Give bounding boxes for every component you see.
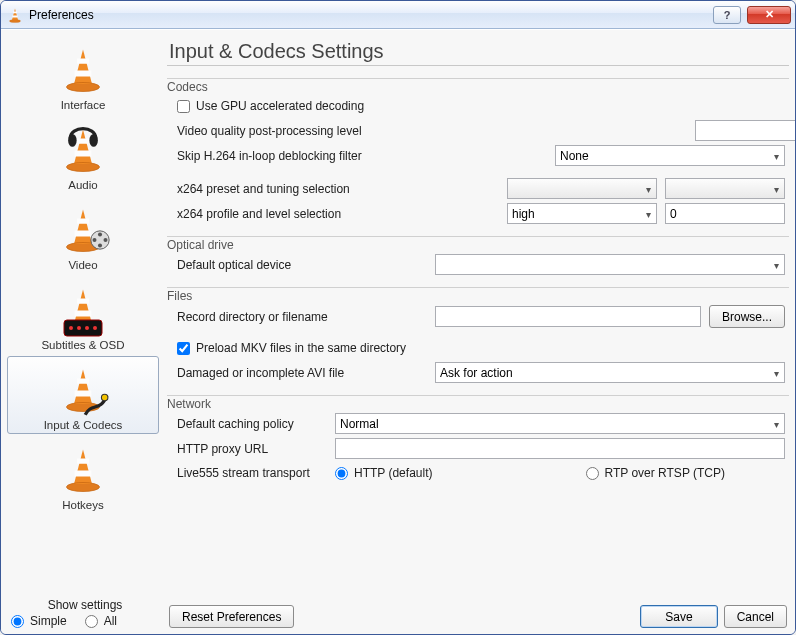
- sidebar-item-video[interactable]: Video: [7, 196, 159, 274]
- preload-mkv-label: Preload MKV files in the same directory: [196, 341, 406, 355]
- sidebar-item-label: Video: [68, 259, 97, 271]
- show-settings-label: Show settings: [9, 598, 161, 612]
- optical-device-label: Default optical device: [177, 258, 427, 272]
- svg-point-16: [93, 326, 97, 330]
- postproc-label: Video quality post-processing level: [177, 124, 427, 138]
- app-icon: [7, 7, 23, 23]
- cables-icon: [83, 391, 109, 417]
- postproc-spin[interactable]: ▲▼: [695, 120, 785, 141]
- client-area: Interface Audio: [1, 29, 795, 634]
- titlebar: Preferences ? ✕: [1, 1, 795, 29]
- body: Interface Audio: [7, 34, 789, 592]
- record-dir-input[interactable]: [435, 306, 701, 327]
- cone-icon: [59, 445, 107, 493]
- live555-rtp-radio[interactable]: RTP over RTSP (TCP): [586, 466, 725, 480]
- svg-point-11: [92, 238, 96, 242]
- x264-tuning-combo[interactable]: [665, 178, 785, 199]
- close-button[interactable]: ✕: [747, 6, 791, 24]
- cone-icon: [59, 45, 107, 93]
- damaged-avi-combo[interactable]: Ask for action: [435, 362, 785, 383]
- reset-preferences-button[interactable]: Reset Preferences: [169, 605, 294, 628]
- show-settings-group: Show settings Simple All: [9, 598, 161, 628]
- category-sidebar: Interface Audio: [7, 34, 159, 592]
- svg-point-13: [69, 326, 73, 330]
- skip-loop-combo[interactable]: None: [555, 145, 785, 166]
- film-reel-icon: [89, 229, 111, 251]
- svg-point-15: [85, 326, 89, 330]
- settings-pane: Input & Codecs Settings Codecs Use GPU a…: [167, 34, 789, 592]
- section-legend: Files: [167, 289, 196, 303]
- save-button[interactable]: Save: [640, 605, 717, 628]
- section-legend: Optical drive: [167, 238, 238, 252]
- record-dir-label: Record directory or filename: [177, 310, 427, 324]
- skip-loop-label: Skip H.264 in-loop deblocking filter: [177, 149, 427, 163]
- svg-point-6: [89, 134, 98, 147]
- page-title: Input & Codecs Settings: [167, 34, 789, 66]
- help-button[interactable]: ?: [713, 6, 741, 24]
- show-settings-simple-radio[interactable]: Simple: [11, 614, 67, 628]
- sidebar-item-label: Subtitles & OSD: [41, 339, 124, 351]
- caching-label: Default caching policy: [177, 417, 327, 431]
- x264-profile-combo[interactable]: high: [507, 203, 657, 224]
- live555-http-radio[interactable]: HTTP (default): [335, 466, 432, 480]
- show-settings-all-radio[interactable]: All: [85, 614, 117, 628]
- preferences-window: Preferences ? ✕ Interface: [0, 0, 796, 635]
- http-proxy-input[interactable]: [335, 438, 785, 459]
- postproc-input[interactable]: [695, 120, 796, 141]
- sidebar-item-interface[interactable]: Interface: [7, 36, 159, 114]
- x264-preset-combo[interactable]: [507, 178, 657, 199]
- cancel-button[interactable]: Cancel: [724, 605, 787, 628]
- footer: Show settings Simple All Reset Preferenc…: [7, 596, 789, 628]
- live555-label: Live555 stream transport: [177, 466, 327, 480]
- section-legend: Network: [167, 397, 215, 411]
- sidebar-item-label: Interface: [61, 99, 106, 111]
- sidebar-item-label: Input & Codecs: [44, 419, 123, 431]
- sidebar-item-label: Hotkeys: [62, 499, 104, 511]
- svg-point-14: [77, 326, 81, 330]
- x264-profile-label: x264 profile and level selection: [177, 207, 427, 221]
- sidebar-item-audio[interactable]: Audio: [7, 116, 159, 194]
- section-legend: Codecs: [167, 80, 212, 94]
- section-files: Files Record directory or filename Brows…: [167, 287, 789, 385]
- section-optical: Optical drive Default optical device: [167, 236, 789, 277]
- sidebar-item-label: Audio: [68, 179, 97, 191]
- window-title: Preferences: [29, 8, 707, 22]
- browse-button[interactable]: Browse...: [709, 305, 785, 328]
- caching-combo[interactable]: Normal: [335, 413, 785, 434]
- gpu-decoding-input[interactable]: [177, 100, 190, 113]
- gpu-decoding-checkbox[interactable]: Use GPU accelerated decoding: [177, 99, 364, 113]
- section-codecs: Codecs Use GPU accelerated decoding Vide…: [167, 78, 789, 226]
- preload-mkv-checkbox[interactable]: Preload MKV files in the same directory: [177, 341, 406, 355]
- damaged-avi-label: Damaged or incomplete AVI file: [177, 366, 427, 380]
- gpu-decoding-label: Use GPU accelerated decoding: [196, 99, 364, 113]
- http-proxy-label: HTTP proxy URL: [177, 442, 327, 456]
- svg-point-17: [101, 394, 108, 401]
- svg-point-8: [98, 232, 102, 236]
- svg-point-9: [103, 238, 107, 242]
- osd-icon: [63, 319, 103, 337]
- sidebar-item-hotkeys[interactable]: Hotkeys: [7, 436, 159, 514]
- x264-preset-label: x264 preset and tuning selection: [177, 182, 427, 196]
- optical-device-combo[interactable]: [435, 254, 785, 275]
- sidebar-item-subtitles-osd[interactable]: Subtitles & OSD: [7, 276, 159, 354]
- svg-point-5: [68, 134, 77, 147]
- section-network: Network Default caching policy Normal HT…: [167, 395, 789, 485]
- svg-point-10: [98, 243, 102, 247]
- headphones-icon: [66, 117, 100, 151]
- sidebar-item-input-codecs[interactable]: Input & Codecs: [7, 356, 159, 434]
- preload-mkv-input[interactable]: [177, 342, 190, 355]
- x264-level-input[interactable]: [665, 203, 785, 224]
